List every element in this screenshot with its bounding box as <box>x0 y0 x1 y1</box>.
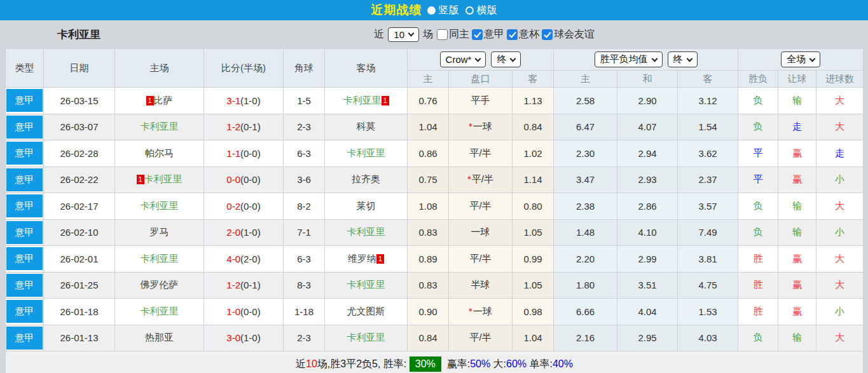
summary-segment: 大: <box>490 358 506 369</box>
avg-away-odds: 4.75 <box>678 272 738 299</box>
checkbox-checked-icon[interactable] <box>542 29 553 40</box>
away-team-cell: 卡利亚里 <box>325 272 408 299</box>
away-team[interactable]: 卡利亚里 <box>347 147 385 158</box>
home-team-cell: 卡利亚里 <box>115 299 204 325</box>
handicap-cell: 半球 <box>449 272 513 299</box>
team-name: 科莫 <box>357 121 376 132</box>
home-team-cell: 卡利亚里 <box>115 114 204 140</box>
avg-odds-select[interactable]: 胜平负均值 <box>595 51 663 67</box>
team-name: 拉齐奥 <box>352 173 380 184</box>
away-team[interactable]: 莱切 <box>357 200 376 211</box>
view-radio-item[interactable]: 横版 <box>465 4 497 17</box>
league-badge[interactable]: 意甲 <box>6 247 43 270</box>
near-label: 近 <box>374 28 384 41</box>
league-badge[interactable]: 意甲 <box>6 327 43 349</box>
home-team[interactable]: 1比萨 <box>146 95 173 105</box>
away-team[interactable]: 卡利亚里1 <box>343 95 389 105</box>
league-badge[interactable]: 意甲 <box>6 221 43 244</box>
halftime-score: (1-0) <box>240 95 261 106</box>
away-team-cell: 卡利亚里 <box>325 140 408 167</box>
checkbox-checked-icon[interactable] <box>472 29 483 40</box>
filter-checkbox-item[interactable]: 球会友谊 <box>542 28 595 41</box>
result-handicap: 走 <box>778 114 816 140</box>
avg-home-odds: 1.80 <box>554 272 617 299</box>
filter-checkbox-item[interactable]: 意甲 <box>472 28 504 41</box>
away-team[interactable]: 卡利亚里 <box>347 279 385 290</box>
avg-draw-odds: 2.90 <box>617 88 678 114</box>
crow-home-odds: 0.86 <box>408 140 449 167</box>
corners-cell: 2-3 <box>284 325 325 351</box>
league-badge[interactable]: 意甲 <box>6 116 43 139</box>
fulltime-score: 2-0 <box>226 227 240 238</box>
league-badge[interactable]: 意甲 <box>6 142 43 165</box>
crow-time-select[interactable]: 终 <box>491 51 521 67</box>
sub-header-crow-away: 客 <box>513 71 554 88</box>
crow-home-odds: 0.89 <box>408 246 449 273</box>
handicap-label: 半球 <box>471 279 490 290</box>
home-team[interactable]: 1卡利亚里 <box>137 173 183 184</box>
home-team[interactable]: 热那亚 <box>145 332 174 342</box>
away-team[interactable]: 卡利亚里 <box>347 226 385 237</box>
home-team[interactable]: 卡利亚里 <box>141 121 179 132</box>
avg-home-odds: 2.20 <box>554 246 617 273</box>
avg-away-odds: 3.57 <box>678 193 738 220</box>
home-team[interactable]: 卡利亚里 <box>141 306 179 316</box>
col-header-score: 比分(半场) <box>204 49 284 88</box>
crow-away-odds: 0.80 <box>513 193 554 220</box>
home-team[interactable]: 卡利亚里 <box>141 200 179 211</box>
result-goals-value: 小 <box>835 173 844 184</box>
avg-away-odds: 1.54 <box>678 114 738 140</box>
games-label: 场 <box>423 28 433 41</box>
halftime-score: (1-0) <box>240 227 261 238</box>
league-badge[interactable]: 意甲 <box>6 300 43 323</box>
handicap-label: 一球 <box>473 306 492 316</box>
home-team[interactable]: 罗马 <box>150 226 169 237</box>
view-radio-item[interactable]: 竖版 <box>427 4 459 17</box>
home-team[interactable]: 佛罗伦萨 <box>141 279 179 290</box>
halftime-score: (0-0) <box>240 148 261 159</box>
corners-cell: 8-2 <box>284 193 325 220</box>
bookmaker-select[interactable]: Crow* <box>440 51 486 67</box>
team-name: 比萨 <box>154 95 173 105</box>
league-badge[interactable]: 意甲 <box>6 274 43 297</box>
handicap-cell: 平/半 <box>449 246 513 273</box>
radio-selected-icon[interactable] <box>427 6 436 15</box>
crow-away-odds: 1.05 <box>513 272 554 299</box>
checkbox-checked-icon[interactable] <box>507 29 518 40</box>
radio-unselected-icon[interactable] <box>465 6 474 15</box>
home-team[interactable]: 帕尔马 <box>145 147 174 158</box>
avg-time-select[interactable]: 终 <box>668 51 698 67</box>
result-wdl: 负 <box>738 325 778 351</box>
league-badge[interactable]: 意甲 <box>6 89 43 112</box>
fulltime-score: 3-1 <box>226 95 240 106</box>
league-badge[interactable]: 意甲 <box>6 168 43 191</box>
away-team[interactable]: 科莫 <box>357 121 376 132</box>
handicap-label: 平/半 <box>469 147 491 158</box>
chevron-down-icon <box>686 55 692 62</box>
result-wdl-value: 胜 <box>754 253 763 264</box>
home-team-cell: 佛罗伦萨 <box>115 272 204 299</box>
league-badge[interactable]: 意甲 <box>6 194 43 217</box>
team-name: 帕尔马 <box>145 147 174 158</box>
home-team-cell: 热那亚 <box>115 325 204 351</box>
summary-segment: 单率: <box>527 358 553 369</box>
filter-checkbox-item[interactable]: 同主 <box>437 28 469 41</box>
team-name: 卡利亚里 <box>144 173 183 184</box>
match-row: 意甲26-03-07卡利亚里1-2(0-1)2-3科莫1.04*一球0.846.… <box>6 114 864 140</box>
result-goals: 大 <box>816 272 864 299</box>
scope-select[interactable]: 全场 <box>781 51 820 67</box>
games-count-select[interactable]: 10 <box>388 27 419 42</box>
away-team[interactable]: 尤文图斯 <box>347 306 385 316</box>
away-team[interactable]: 卡利亚里 <box>347 332 385 342</box>
score-cell: 3-1(1-0) <box>204 88 284 114</box>
chevron-down-icon <box>510 55 516 62</box>
away-team[interactable]: 拉齐奥 <box>352 173 380 184</box>
home-team[interactable]: 卡利亚里 <box>141 253 179 264</box>
red-card-badge: 1 <box>146 96 154 105</box>
away-team[interactable]: 维罗纳1 <box>348 253 384 264</box>
checkbox-unchecked-icon[interactable] <box>437 29 448 40</box>
handicap-label: 平/半 <box>469 253 491 264</box>
scope-select-value: 全场 <box>787 53 806 65</box>
result-handicap: 赢 <box>778 166 816 193</box>
filter-checkbox-item[interactable]: 意杯 <box>507 28 539 41</box>
